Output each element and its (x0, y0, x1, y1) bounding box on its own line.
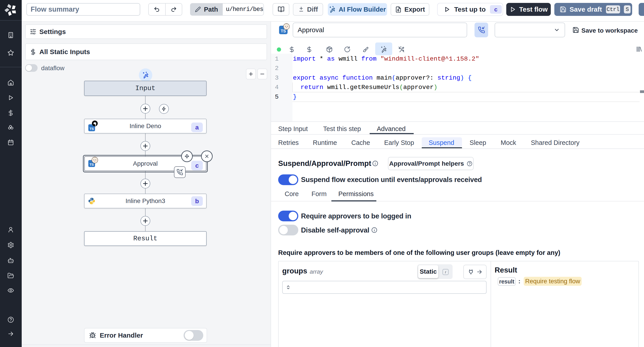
svg-text:ƒ: ƒ (445, 270, 446, 274)
